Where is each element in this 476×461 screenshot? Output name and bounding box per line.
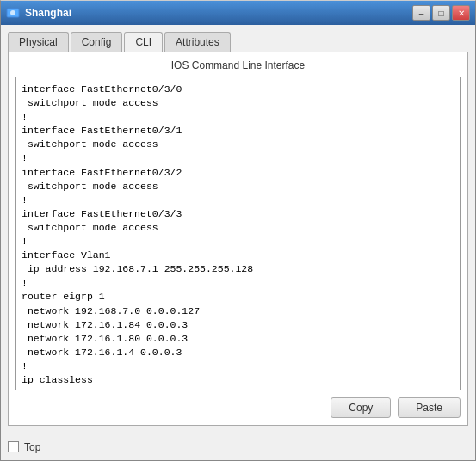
top-checkbox[interactable]	[8, 441, 19, 452]
maximize-button[interactable]: □	[432, 5, 450, 21]
main-window: Shanghai – □ ✕ Physical Config CLI Attri…	[0, 0, 476, 461]
tab-bar: Physical Config CLI Attributes	[8, 32, 468, 52]
tab-physical[interactable]: Physical	[8, 32, 69, 52]
tab-attributes[interactable]: Attributes	[164, 32, 231, 52]
close-button[interactable]: ✕	[452, 5, 470, 21]
tab-cli[interactable]: CLI	[124, 32, 163, 52]
cli-area-wrapper	[15, 77, 461, 390]
title-bar-controls: – □ ✕	[412, 5, 470, 21]
copy-button[interactable]: Copy	[331, 397, 391, 418]
tab-config[interactable]: Config	[71, 32, 123, 52]
cli-textarea[interactable]	[16, 77, 460, 390]
tab-content-cli: IOS Command Line Interface Copy Paste	[8, 52, 468, 426]
window-body: Physical Config CLI Attributes IOS Comma…	[1, 25, 475, 433]
title-bar-left: Shanghai	[6, 6, 71, 20]
svg-point-1	[10, 10, 15, 15]
window-icon	[6, 6, 20, 20]
button-row: Copy Paste	[15, 397, 461, 418]
minimize-button[interactable]: –	[412, 5, 430, 21]
top-label: Top	[24, 441, 40, 453]
bottom-bar: Top	[1, 433, 475, 460]
window-title: Shanghai	[25, 7, 71, 19]
paste-button[interactable]: Paste	[398, 397, 461, 418]
title-bar: Shanghai – □ ✕	[1, 1, 475, 25]
cli-section-title: IOS Command Line Interface	[15, 59, 461, 71]
